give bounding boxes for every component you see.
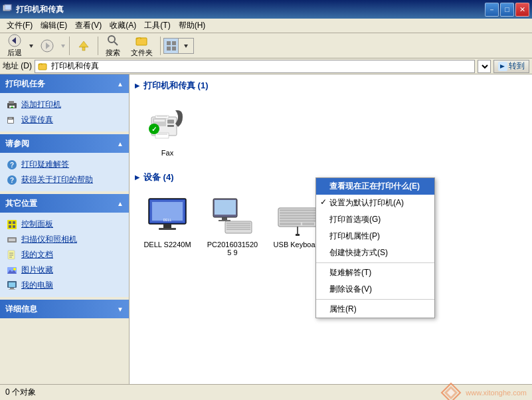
svg-rect-49 bbox=[9, 289, 15, 290]
context-menu-item-print-prefs[interactable]: 打印首选项(G) bbox=[316, 211, 434, 228]
back-label: 后退 bbox=[7, 48, 22, 58]
sidebar-link-setup-fax[interactable]: 设置传真 bbox=[5, 112, 124, 128]
svg-rect-57 bbox=[167, 120, 174, 124]
menu-favorites[interactable]: 收藏(A) bbox=[106, 19, 140, 33]
back-dropdown[interactable] bbox=[28, 43, 35, 49]
toolbar-sep-2 bbox=[98, 37, 98, 55]
back-button[interactable]: 后退 bbox=[3, 32, 27, 60]
title-bar: 打印机和传真 － □ ✕ bbox=[0, 0, 532, 19]
device-item-monitor[interactable]: DELL DELL S2240M bbox=[137, 191, 197, 260]
sidebar-link-control-panel[interactable]: 控制面板 bbox=[5, 217, 124, 232]
control-panel-label: 控制面板 bbox=[21, 219, 53, 230]
context-menu-item-create-shortcut[interactable]: 创建快捷方式(S) bbox=[316, 245, 434, 261]
sidebar-link-troubleshoot[interactable]: ? 打印疑难解答 bbox=[5, 157, 124, 172]
svg-point-10 bbox=[108, 36, 115, 43]
sidebar-link-add-printer[interactable]: + 添加打印机 bbox=[5, 97, 124, 112]
forward-button[interactable] bbox=[36, 37, 58, 54]
search-button[interactable]: 搜索 bbox=[101, 32, 125, 60]
svg-rect-64 bbox=[159, 228, 176, 230]
sidebar-section-printer-tasks-header[interactable]: 打印机任务 ▲ bbox=[0, 74, 129, 93]
svg-marker-4 bbox=[29, 45, 33, 48]
context-menu-sep-2 bbox=[316, 299, 434, 300]
sidebar-section-printer-tasks-body: + 添加打印机 设置传真 bbox=[0, 93, 129, 132]
go-arrow-icon bbox=[498, 62, 507, 71]
up-icon bbox=[77, 39, 90, 52]
menu-file[interactable]: 文件(F) bbox=[3, 19, 37, 33]
menu-bar: 文件(F) 编辑(E) 查看(V) 收藏(A) 工具(T) 帮助(H) bbox=[0, 19, 532, 33]
menu-edit[interactable]: 编辑(E) bbox=[37, 19, 71, 33]
sidebar-link-my-docs[interactable]: 我的文档 bbox=[5, 247, 124, 262]
svg-rect-47 bbox=[9, 282, 15, 287]
svg-rect-68 bbox=[222, 217, 227, 220]
printer-tasks-chevron: ▲ bbox=[117, 80, 124, 88]
svg-line-11 bbox=[114, 42, 118, 45]
svg-rect-74 bbox=[226, 229, 250, 230]
minimize-button[interactable]: － bbox=[485, 3, 499, 17]
svg-rect-38 bbox=[9, 239, 15, 241]
go-label: 转到 bbox=[509, 60, 525, 72]
folders-button[interactable]: 文件夹 bbox=[126, 32, 157, 60]
forward-dropdown[interactable] bbox=[60, 43, 66, 49]
sidebar-section-see-also-header[interactable]: 请参阅 ▲ bbox=[0, 134, 129, 153]
menu-tools[interactable]: 工具(T) bbox=[140, 19, 174, 33]
maximize-button[interactable]: □ bbox=[500, 3, 514, 17]
close-button[interactable]: ✕ bbox=[515, 3, 529, 17]
setup-fax-icon bbox=[7, 115, 17, 126]
svg-rect-81 bbox=[280, 223, 301, 225]
sidebar-section-details-header[interactable]: 详细信息 ▼ bbox=[0, 300, 129, 318]
my-docs-label: 我的文档 bbox=[21, 249, 53, 260]
keyboard-icon bbox=[277, 197, 318, 236]
svg-rect-34 bbox=[13, 221, 15, 224]
menu-help[interactable]: 帮助(H) bbox=[175, 19, 210, 33]
sidebar-link-photos[interactable]: 图片收藏 bbox=[5, 262, 124, 278]
address-input-wrapper[interactable]: 打印机和传真 bbox=[35, 60, 475, 73]
views-control[interactable] bbox=[163, 38, 194, 54]
sidebar-section-printer-tasks: 打印机任务 ▲ + 添加打印机 bbox=[0, 74, 129, 132]
address-value: 打印机和传真 bbox=[51, 60, 99, 72]
view-tiles[interactable] bbox=[164, 39, 179, 53]
sidebar-link-scanner[interactable]: 扫描仪和照相机 bbox=[5, 232, 124, 247]
keyboard-label: USB Keyboard bbox=[274, 241, 322, 249]
svg-text:DELL: DELL bbox=[163, 218, 172, 222]
photos-icon bbox=[7, 265, 17, 276]
address-dropdown[interactable] bbox=[478, 60, 491, 73]
sidebar-link-my-computer[interactable]: 我的电脑 bbox=[5, 278, 124, 293]
go-button[interactable]: 转到 bbox=[493, 60, 529, 73]
monitor-icon: DELL bbox=[147, 197, 188, 236]
watermark-logo bbox=[439, 381, 463, 401]
svg-rect-16 bbox=[172, 47, 176, 50]
sidebar-section-other-locations-header[interactable]: 其它位置 ▲ bbox=[0, 194, 129, 213]
address-label: 地址 (D) bbox=[3, 60, 32, 72]
svg-rect-73 bbox=[226, 227, 250, 228]
svg-rect-82 bbox=[302, 223, 314, 225]
sidebar-section-details: 详细信息 ▼ bbox=[0, 300, 129, 318]
print-help-label: 获得关于打印的帮助 bbox=[21, 174, 93, 185]
printers-grid: ✓ Fax bbox=[135, 97, 527, 163]
svg-rect-14 bbox=[172, 41, 176, 45]
up-button[interactable] bbox=[72, 37, 95, 54]
printers-section: 打印机和传真 (1) bbox=[135, 80, 527, 163]
folders-label: 文件夹 bbox=[131, 48, 153, 58]
my-computer-label: 我的电脑 bbox=[21, 280, 53, 291]
device-item-fax[interactable]: ✓ Fax bbox=[137, 100, 197, 161]
svg-rect-9 bbox=[82, 47, 85, 50]
context-menu-item-set-default[interactable]: ✓ 设置为默认打印机(A) bbox=[316, 195, 434, 211]
svg-rect-27 bbox=[9, 118, 12, 119]
svg-rect-63 bbox=[163, 224, 171, 228]
context-menu-item-delete[interactable]: 删除设备(V) bbox=[316, 281, 434, 298]
fax-label: Fax bbox=[161, 149, 173, 157]
context-menu-item-troubleshoot[interactable]: 疑难解答(T) bbox=[316, 264, 434, 281]
context-menu-item-properties[interactable]: 属性(R) bbox=[316, 301, 434, 318]
folders-icon bbox=[135, 34, 149, 47]
view-dropdown[interactable] bbox=[179, 39, 193, 53]
device-item-pc[interactable]: PC20160315205 9 bbox=[203, 191, 262, 260]
menu-view[interactable]: 查看(V) bbox=[71, 19, 106, 33]
svg-rect-80 bbox=[280, 220, 315, 222]
watermark-text: www.xitonghe.com bbox=[466, 389, 527, 397]
svg-rect-36 bbox=[13, 225, 15, 228]
main-content: 打印机任务 ▲ + 添加打印机 bbox=[0, 74, 532, 384]
context-menu-item-printer-props[interactable]: 打印机属性(P) bbox=[316, 228, 434, 245]
sidebar-link-print-help[interactable]: ? 获得关于打印的帮助 bbox=[5, 172, 124, 187]
context-menu-item-view-printing[interactable]: 查看现在正在打印什么(E) bbox=[316, 178, 434, 195]
my-docs-icon bbox=[7, 250, 17, 260]
